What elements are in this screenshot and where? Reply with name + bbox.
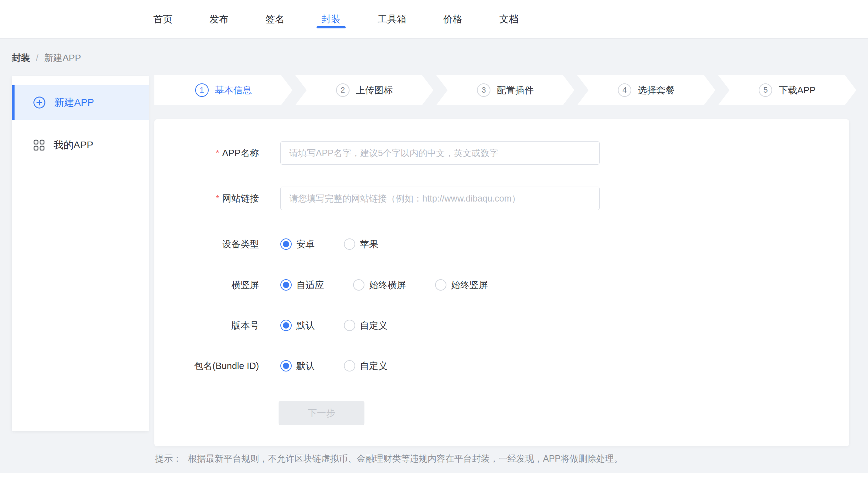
radio-circle <box>353 279 364 291</box>
step-number-badge: 5 <box>759 83 772 97</box>
step-number-badge: 3 <box>477 83 490 97</box>
radio-device-android[interactable]: 安卓 <box>280 238 315 250</box>
radio-bundle-default[interactable]: 默认 <box>280 360 315 372</box>
step-number-badge: 4 <box>618 83 631 97</box>
nav-item-home[interactable]: 首页 <box>153 0 173 38</box>
nav-item-publish[interactable]: 发布 <box>209 0 229 38</box>
top-nav: 首页 发布 签名 封装 工具箱 价格 文档 <box>0 0 868 39</box>
form-card: *APP名称 *网站链接 设备类型 安卓 <box>154 119 849 446</box>
sidebar-item-new-app[interactable]: 新建APP <box>12 85 149 120</box>
step-select-plan[interactable]: 4 选择套餐 <box>577 75 715 105</box>
nav-item-signature[interactable]: 签名 <box>265 0 285 38</box>
nav-items: 首页 发布 签名 封装 工具箱 价格 文档 <box>153 0 555 38</box>
step-configure-plugins[interactable]: 3 配置插件 <box>436 75 574 105</box>
radio-circle <box>280 238 292 250</box>
app-name-label: *APP名称 <box>154 147 259 159</box>
step-label: 选择套餐 <box>638 84 675 97</box>
radio-circle <box>435 279 446 291</box>
step-number-badge: 1 <box>195 83 209 97</box>
nav-item-docs[interactable]: 文档 <box>499 0 519 38</box>
nav-item-toolbox[interactable]: 工具箱 <box>377 0 407 38</box>
steps-bar: 1 基本信息 2 上传图标 3 配置插件 4 选择套餐 5 下载APP <box>154 75 856 105</box>
radio-bundle-custom[interactable]: 自定义 <box>344 360 388 372</box>
form-row-device-type: 设备类型 安卓 苹果 <box>154 237 407 251</box>
form-row-bundle-id: 包名(Bundle ID) 默认 自定义 <box>154 359 417 373</box>
radio-orientation-landscape[interactable]: 始终横屏 <box>353 279 406 291</box>
breadcrumb-separator: / <box>36 53 38 64</box>
step-basic-info[interactable]: 1 基本信息 <box>154 75 292 105</box>
form-row-site-url: *网站链接 <box>154 187 600 210</box>
page: 首页 发布 签名 封装 工具箱 价格 文档 封装 / 新建APP 新建APP <box>0 0 868 479</box>
step-label: 下载APP <box>779 84 815 97</box>
footer-strip <box>0 473 868 479</box>
required-marker: * <box>216 193 219 204</box>
device-type-label: 设备类型 <box>154 238 259 250</box>
radio-device-ios[interactable]: 苹果 <box>344 238 378 250</box>
step-download-app[interactable]: 5 下载APP <box>718 75 856 105</box>
step-number-badge: 2 <box>336 83 350 97</box>
step-label: 上传图标 <box>356 84 393 97</box>
breadcrumb: 封装 / 新建APP <box>12 52 81 64</box>
form-row-version: 版本号 默认 自定义 <box>154 318 417 332</box>
sidebar-item-label: 我的APP <box>54 138 93 152</box>
sidebar: 新建APP 我的APP <box>12 76 149 431</box>
nav-item-price[interactable]: 价格 <box>443 0 463 38</box>
plus-circle-icon <box>33 96 46 109</box>
orientation-label: 横竖屏 <box>154 279 259 291</box>
app-name-input[interactable] <box>280 141 600 165</box>
radio-version-custom[interactable]: 自定义 <box>344 319 388 332</box>
platform-rules-hint: 提示： 根据最新平台规则，不允许区块链虚拟币、金融理财类等违规内容在平台封装，一… <box>155 453 623 464</box>
step-label: 配置插件 <box>497 84 534 97</box>
step-label: 基本信息 <box>215 84 252 97</box>
sidebar-item-my-apps[interactable]: 我的APP <box>12 128 149 163</box>
hint-text: 根据最新平台规则，不允许区块链虚拟币、金融理财类等违规内容在平台封装，一经发现，… <box>188 453 623 464</box>
sidebar-item-label: 新建APP <box>54 96 94 109</box>
form-row-app-name: *APP名称 <box>154 141 600 165</box>
breadcrumb-section[interactable]: 封装 <box>12 52 30 64</box>
next-step-button[interactable]: 下一步 <box>279 401 364 425</box>
required-marker: * <box>216 148 219 158</box>
radio-orientation-auto[interactable]: 自适应 <box>280 279 324 291</box>
nav-item-package[interactable]: 封装 <box>321 0 341 38</box>
radio-circle <box>280 279 292 291</box>
radio-orientation-portrait[interactable]: 始终竖屏 <box>435 279 488 291</box>
radio-circle <box>344 360 355 371</box>
step-upload-icon[interactable]: 2 上传图标 <box>295 75 433 105</box>
version-label: 版本号 <box>154 319 259 332</box>
radio-circle <box>344 238 355 250</box>
site-url-label: *网站链接 <box>154 192 259 205</box>
radio-circle <box>280 320 292 331</box>
radio-version-default[interactable]: 默认 <box>280 319 315 332</box>
sidebar-list: 新建APP 我的APP <box>12 76 149 163</box>
radio-circle <box>280 360 292 371</box>
site-url-input[interactable] <box>280 187 600 210</box>
grid-icon <box>33 139 45 151</box>
hint-label: 提示： <box>155 453 182 464</box>
bundle-id-label: 包名(Bundle ID) <box>154 360 259 372</box>
form-row-orientation: 横竖屏 自适应 始终横屏 始终竖屏 <box>154 278 517 292</box>
radio-circle <box>344 320 355 331</box>
breadcrumb-current: 新建APP <box>44 52 81 64</box>
